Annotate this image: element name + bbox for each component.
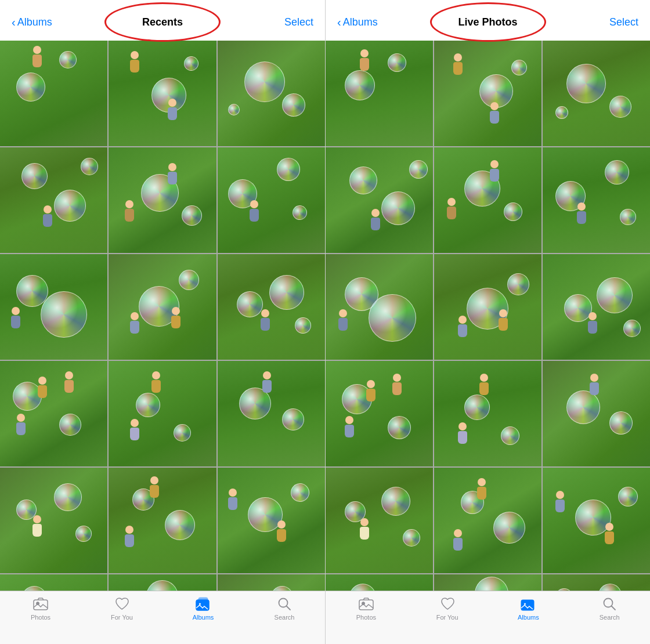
photo-cell[interactable] <box>326 468 433 573</box>
tab-photos[interactable]: Photos <box>343 596 389 621</box>
photo-cell[interactable] <box>326 254 433 360</box>
photo-cell[interactable] <box>109 361 216 466</box>
live-photos-back-label: Albums <box>343 16 378 28</box>
photo-cell[interactable] <box>109 468 216 573</box>
tab-photos-label: Photos <box>31 614 50 621</box>
live-photos-tab-bar: Photos For You Albums <box>326 591 650 644</box>
recents-panel: ‹ Albums Recents Select <box>0 0 325 644</box>
search-icon <box>276 596 292 612</box>
for-you-icon <box>439 596 456 612</box>
photo-cell[interactable] <box>218 147 325 253</box>
photo-cell[interactable] <box>543 574 650 591</box>
photo-cell[interactable] <box>434 361 541 466</box>
photo-cell[interactable] <box>543 41 650 146</box>
photo-cell[interactable] <box>0 468 107 573</box>
photo-cell[interactable] <box>326 361 433 466</box>
tab-for-you-label: For You <box>436 614 458 621</box>
tab-for-you-label: For You <box>111 614 133 621</box>
photo-cell[interactable] <box>109 147 216 253</box>
recents-tab-bar: Photos For You Albums <box>0 591 325 644</box>
photo-cell[interactable] <box>218 574 325 591</box>
search-icon <box>601 596 618 612</box>
photo-cell[interactable] <box>434 574 541 591</box>
photo-cell[interactable] <box>543 254 650 360</box>
photo-cell[interactable] <box>218 468 325 573</box>
tab-search-label: Search <box>275 614 295 621</box>
svg-line-13 <box>612 606 616 610</box>
svg-rect-0 <box>34 600 48 610</box>
tab-albums[interactable]: Albums <box>505 596 551 621</box>
photo-cell[interactable] <box>543 147 650 253</box>
tab-for-you[interactable]: For You <box>424 596 471 621</box>
live-photos-header: ‹ Albums Live Photos Select <box>326 0 650 41</box>
live-photos-title: Live Photos <box>458 16 517 28</box>
recents-back-label: Albums <box>17 16 52 28</box>
tab-albums-label: Albums <box>193 614 214 621</box>
photo-cell[interactable] <box>543 468 650 573</box>
photo-cell[interactable] <box>326 574 433 591</box>
photo-cell[interactable] <box>218 41 325 146</box>
back-chevron-icon: ‹ <box>12 16 16 29</box>
tab-search[interactable]: Search <box>261 596 308 621</box>
tab-albums[interactable]: Albums <box>180 596 226 621</box>
live-photos-photo-grid <box>326 41 650 591</box>
live-photos-panel: ‹ Albums Live Photos Select <box>325 0 650 644</box>
tab-photos-label: Photos <box>356 614 376 621</box>
for-you-icon <box>114 596 130 612</box>
photo-cell[interactable] <box>434 468 541 573</box>
photo-cell[interactable] <box>0 361 107 466</box>
photo-cell[interactable] <box>543 361 650 466</box>
recents-back-button[interactable]: ‹ Albums <box>12 16 52 29</box>
recents-header: ‹ Albums Recents Select <box>0 0 325 41</box>
tab-search-label: Search <box>600 614 620 621</box>
photo-cell[interactable] <box>0 254 107 360</box>
tab-photos[interactable]: Photos <box>17 596 64 621</box>
recents-select-button[interactable]: Select <box>284 16 313 28</box>
photo-cell[interactable] <box>434 41 541 146</box>
photo-cell[interactable] <box>109 574 216 591</box>
svg-point-11 <box>524 603 526 605</box>
photo-cell[interactable] <box>434 254 541 360</box>
photos-icon <box>358 596 374 612</box>
tab-albums-label: Albums <box>518 614 539 621</box>
photo-cell[interactable] <box>0 147 107 253</box>
tab-for-you[interactable]: For You <box>99 596 145 621</box>
svg-rect-8 <box>359 600 373 610</box>
live-photos-back-button[interactable]: ‹ Albums <box>337 16 378 29</box>
back-chevron-icon: ‹ <box>337 16 341 29</box>
albums-icon <box>195 596 211 612</box>
live-photos-select-button[interactable]: Select <box>609 16 638 28</box>
recents-title: Recents <box>142 16 183 28</box>
photo-cell[interactable] <box>326 41 433 146</box>
photo-cell[interactable] <box>218 361 325 466</box>
photo-cell[interactable] <box>218 254 325 360</box>
albums-icon <box>520 596 536 612</box>
photo-cell[interactable] <box>326 147 433 253</box>
svg-line-7 <box>287 606 291 610</box>
photo-cell[interactable] <box>0 574 107 591</box>
recents-photo-grid <box>0 41 325 591</box>
tab-search[interactable]: Search <box>586 596 633 621</box>
photo-cell[interactable] <box>0 41 107 146</box>
photos-icon <box>32 596 49 612</box>
photo-cell[interactable] <box>434 147 541 253</box>
photo-cell[interactable] <box>109 41 216 146</box>
photo-cell[interactable] <box>109 254 216 360</box>
svg-point-5 <box>199 603 201 605</box>
